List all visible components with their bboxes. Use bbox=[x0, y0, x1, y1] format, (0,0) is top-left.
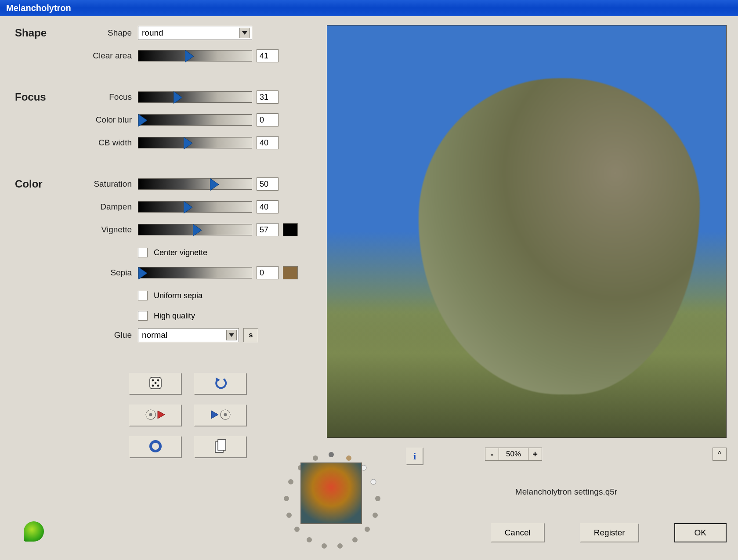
slider-saturation[interactable] bbox=[138, 178, 252, 190]
label-vignette: Vignette bbox=[76, 225, 138, 235]
svg-point-16 bbox=[149, 413, 152, 416]
svg-marker-14 bbox=[216, 377, 220, 383]
svg-point-11 bbox=[155, 382, 157, 384]
input-sepia[interactable] bbox=[257, 266, 279, 279]
slider-dampen[interactable] bbox=[138, 201, 252, 213]
cancel-button[interactable]: Cancel bbox=[491, 523, 545, 542]
slider-thumb-icon[interactable] bbox=[210, 178, 219, 191]
window-title: Melancholytron bbox=[6, 3, 71, 13]
slider-clear-area[interactable] bbox=[138, 50, 252, 61]
dialog-window: Melancholytron Shape Shape round Clear a… bbox=[0, 0, 738, 560]
slider-vignette[interactable] bbox=[138, 224, 252, 235]
svg-point-10 bbox=[157, 379, 159, 381]
svg-marker-7 bbox=[138, 267, 147, 279]
zoom-in-button[interactable]: + bbox=[528, 448, 542, 461]
heading-shape: Shape bbox=[15, 27, 76, 39]
svg-point-24 bbox=[329, 452, 334, 457]
slider-thumb-icon[interactable] bbox=[138, 267, 147, 279]
controls-pane: Shape Shape round Clear area bbox=[15, 25, 314, 551]
slider-thumb-icon[interactable] bbox=[138, 114, 147, 126]
glue-s-button[interactable]: s bbox=[243, 328, 258, 342]
input-focus[interactable] bbox=[257, 90, 279, 104]
label-center-vignette: Center vignette bbox=[154, 248, 207, 257]
svg-point-31 bbox=[352, 537, 358, 542]
label-saturation: Saturation bbox=[76, 179, 138, 189]
svg-point-36 bbox=[286, 513, 292, 518]
glue-dropdown[interactable]: normal bbox=[138, 328, 239, 342]
sepia-color-swatch[interactable] bbox=[283, 266, 298, 279]
input-cb-width[interactable] bbox=[257, 136, 279, 149]
slider-cb-width[interactable] bbox=[138, 137, 252, 148]
svg-marker-4 bbox=[210, 178, 219, 191]
chevron-down-icon[interactable] bbox=[226, 330, 237, 340]
random-button[interactable] bbox=[129, 373, 182, 395]
input-dampen[interactable] bbox=[257, 200, 279, 213]
preview-image[interactable] bbox=[327, 25, 727, 438]
svg-point-34 bbox=[307, 537, 312, 542]
svg-point-13 bbox=[157, 384, 159, 387]
svg-point-9 bbox=[152, 379, 154, 381]
heading-focus: Focus bbox=[15, 91, 76, 103]
zoom-out-button[interactable]: - bbox=[485, 448, 499, 461]
group-focus: Focus Focus Color blur bbox=[15, 89, 314, 158]
svg-point-29 bbox=[373, 513, 378, 518]
svg-marker-1 bbox=[174, 91, 182, 104]
vignette-color-swatch[interactable] bbox=[283, 223, 298, 236]
play-cd-button[interactable] bbox=[194, 405, 247, 426]
input-vignette[interactable] bbox=[257, 223, 279, 236]
checkbox-high-quality[interactable] bbox=[138, 311, 148, 321]
svg-rect-23 bbox=[218, 440, 226, 450]
title-bar[interactable]: Melancholytron bbox=[0, 0, 738, 16]
app-logo-icon bbox=[24, 521, 44, 542]
slider-thumb-icon[interactable] bbox=[184, 137, 192, 149]
preset-thumbnail[interactable] bbox=[300, 462, 362, 524]
group-shape: Shape Shape round Clear area bbox=[15, 25, 314, 71]
slider-sepia[interactable] bbox=[138, 267, 252, 278]
label-dampen: Dampen bbox=[76, 202, 138, 212]
shape-dropdown[interactable]: round bbox=[138, 26, 252, 40]
checkbox-center-vignette[interactable] bbox=[138, 248, 148, 257]
svg-marker-0 bbox=[185, 50, 194, 62]
ok-button[interactable]: OK bbox=[674, 523, 727, 542]
input-clear-area[interactable] bbox=[257, 49, 279, 62]
slider-focus[interactable] bbox=[138, 91, 252, 103]
play-cd-icon bbox=[210, 408, 232, 423]
info-button[interactable]: i bbox=[406, 448, 423, 465]
slider-thumb-icon[interactable] bbox=[185, 50, 194, 62]
zoom-control: - 50% + bbox=[485, 448, 542, 461]
undo-button[interactable] bbox=[194, 373, 247, 395]
svg-marker-6 bbox=[193, 224, 202, 236]
chevron-down-icon[interactable] bbox=[239, 28, 250, 38]
glue-dropdown-value: normal bbox=[142, 330, 167, 340]
svg-point-33 bbox=[322, 543, 327, 549]
label-shape: Shape bbox=[76, 28, 138, 38]
slider-thumb-icon[interactable] bbox=[184, 201, 192, 213]
checkbox-uniform-sepia[interactable] bbox=[138, 291, 148, 300]
settings-filename: Melancholytron settings.q5r bbox=[515, 487, 617, 496]
svg-point-21 bbox=[151, 441, 160, 451]
content-area: Shape Shape round Clear area bbox=[0, 16, 738, 560]
slider-thumb-icon[interactable] bbox=[174, 91, 182, 104]
label-focus: Focus bbox=[76, 92, 138, 102]
input-saturation[interactable] bbox=[257, 177, 279, 191]
input-color-blur[interactable] bbox=[257, 113, 279, 126]
thumbnail-ring bbox=[274, 446, 388, 551]
copy-button[interactable] bbox=[194, 436, 247, 458]
svg-point-32 bbox=[337, 543, 343, 549]
slider-color-blur[interactable] bbox=[138, 114, 252, 126]
undo-icon bbox=[213, 376, 228, 393]
svg-point-35 bbox=[294, 527, 300, 532]
label-glue: Glue bbox=[76, 330, 138, 340]
svg-marker-3 bbox=[184, 137, 192, 149]
svg-marker-18 bbox=[211, 411, 218, 419]
heading-color: Color bbox=[15, 178, 76, 190]
expand-button[interactable]: ^ bbox=[713, 448, 727, 461]
svg-point-30 bbox=[365, 527, 370, 532]
svg-point-40 bbox=[313, 455, 318, 461]
label-cb-width: CB width bbox=[76, 138, 138, 148]
svg-point-20 bbox=[224, 413, 227, 416]
register-button[interactable]: Register bbox=[580, 523, 639, 542]
cd-play-button[interactable] bbox=[129, 405, 182, 426]
record-button[interactable] bbox=[129, 436, 182, 458]
slider-thumb-icon[interactable] bbox=[193, 224, 202, 236]
